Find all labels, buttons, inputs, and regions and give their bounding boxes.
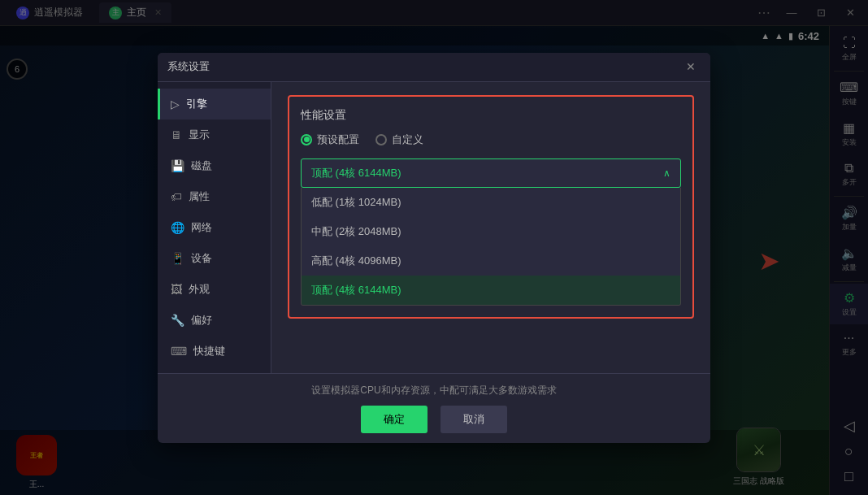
perf-title: 性能设置 xyxy=(301,108,681,123)
nav-prefs[interactable]: 🔧 偏好 xyxy=(158,305,271,336)
radio-custom-circle xyxy=(375,134,387,145)
radio-preset-label: 预设配置 xyxy=(317,132,359,147)
nav-engine-label: 引擎 xyxy=(186,97,207,111)
dropdown-item-mid[interactable]: 中配 (2核 2048MB) xyxy=(302,217,680,246)
nav-network-label: 网络 xyxy=(191,220,212,235)
nav-appearance-label: 外观 xyxy=(189,282,210,297)
chevron-up-icon: ∧ xyxy=(663,167,671,179)
dialog-nav: ▷ 引擎 🖥 显示 💾 磁盘 🏷 属性 xyxy=(158,82,271,373)
nav-network[interactable]: 🌐 网络 xyxy=(158,212,271,243)
radio-row: 预设配置 自定义 xyxy=(301,132,681,147)
props-icon: 🏷 xyxy=(171,190,182,203)
network-icon: 🌐 xyxy=(171,221,184,234)
cancel-button[interactable]: 取消 xyxy=(441,406,507,433)
dropdown-item-high[interactable]: 高配 (4核 4096MB) xyxy=(302,246,680,276)
nav-props-label: 属性 xyxy=(189,189,210,204)
app-window: 逍 逍遥模拟器 主 主页 ✕ ⋯ — ⊡ ✕ ▲ ▲ ▮ 6:42 6 xyxy=(0,0,868,495)
dialog-title: 系统设置 xyxy=(167,59,210,74)
radio-custom[interactable]: 自定义 xyxy=(375,132,423,147)
dropdown-selected[interactable]: 顶配 (4核 6144MB) ∧ xyxy=(301,158,681,188)
footer-buttons: 确定 取消 xyxy=(174,406,694,433)
nav-storage-label: 磁盘 xyxy=(191,158,212,173)
display-icon: 🖥 xyxy=(171,128,182,141)
dropdown-selected-text: 顶配 (4核 6144MB) xyxy=(311,166,401,180)
radio-preset-circle xyxy=(301,134,312,145)
footer-hint: 设置模拟器CPU和内存资源，中配可满足大多数游戏需求 xyxy=(174,384,694,397)
settings-dialog: 系统设置 ✕ ▷ 引擎 🖥 显示 💾 磁盘 xyxy=(158,53,710,443)
device-icon: 📱 xyxy=(171,252,184,265)
nav-device-label: 设备 xyxy=(191,251,212,266)
nav-display-label: 显示 xyxy=(189,128,210,142)
nav-display[interactable]: 🖥 显示 xyxy=(158,119,271,150)
nav-hotkeys-label: 快捷键 xyxy=(193,344,225,358)
nav-props[interactable]: 🏷 属性 xyxy=(158,181,271,212)
nav-device[interactable]: 📱 设备 xyxy=(158,243,271,274)
nav-storage[interactable]: 💾 磁盘 xyxy=(158,150,271,181)
nav-hotkeys[interactable]: ⌨ 快捷键 xyxy=(158,336,271,367)
engine-icon: ▷ xyxy=(171,98,180,111)
perf-section: 性能设置 预设配置 自定义 xyxy=(288,95,694,319)
prefs-icon: 🔧 xyxy=(171,314,184,327)
dialog-title-bar: 系统设置 ✕ xyxy=(158,53,710,82)
dropdown-list: 低配 (1核 1024MB) 中配 (2核 2048MB) 高配 (4核 409… xyxy=(301,188,681,306)
dialog-main: 性能设置 预设配置 自定义 xyxy=(271,82,710,373)
dropdown-container: 顶配 (4核 6144MB) ∧ 低配 (1核 1024MB) 中配 (2核 2… xyxy=(301,158,681,306)
radio-preset[interactable]: 预设配置 xyxy=(301,132,359,147)
dialog-body: ▷ 引擎 🖥 显示 💾 磁盘 🏷 属性 xyxy=(158,82,710,373)
appearance-icon: 🖼 xyxy=(171,283,182,296)
dialog-overlay: 系统设置 ✕ ▷ 引擎 🖥 显示 💾 磁盘 xyxy=(0,0,868,495)
confirm-button[interactable]: 确定 xyxy=(361,406,427,433)
storage-icon: 💾 xyxy=(171,159,184,172)
dialog-footer: 设置模拟器CPU和内存资源，中配可满足大多数游戏需求 确定 取消 xyxy=(158,373,710,443)
nav-engine[interactable]: ▷ 引擎 xyxy=(158,89,271,119)
dialog-close-btn[interactable]: ✕ xyxy=(681,57,701,76)
nav-prefs-label: 偏好 xyxy=(191,313,212,328)
hotkeys-icon: ⌨ xyxy=(171,345,187,358)
radio-custom-label: 自定义 xyxy=(392,132,423,147)
nav-appearance[interactable]: 🖼 外观 xyxy=(158,274,271,305)
dropdown-item-top[interactable]: 顶配 (4核 6144MB) xyxy=(302,276,680,305)
dropdown-item-low[interactable]: 低配 (1核 1024MB) xyxy=(302,188,680,217)
